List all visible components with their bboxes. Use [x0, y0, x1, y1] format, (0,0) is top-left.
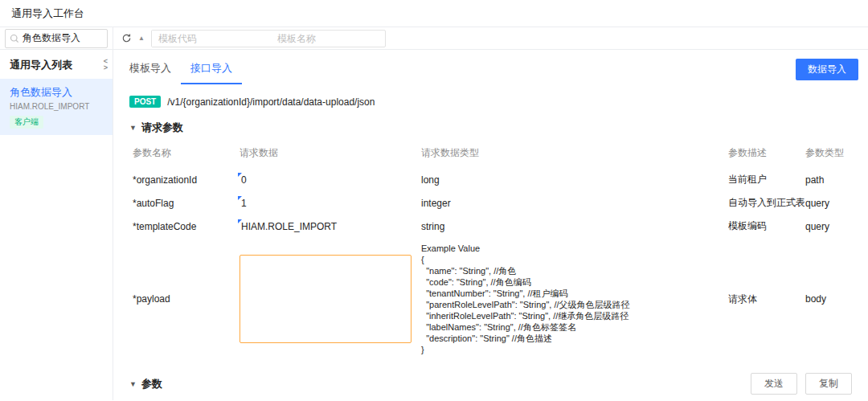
- search-box[interactable]: [5, 29, 108, 48]
- payload-textarea[interactable]: [240, 255, 411, 343]
- params-buttons: 发送 复制: [751, 373, 852, 395]
- param-data-type: integer: [421, 198, 728, 209]
- page-title: 通用导入工作台: [0, 0, 868, 27]
- tab-api-import[interactable]: 接口导入: [181, 55, 242, 84]
- content: 模板导入 接口导入 数据导入 POST /v1/{organizationId}…: [113, 50, 868, 400]
- param-name: *organizationId: [133, 174, 240, 186]
- param-desc: 请求体: [728, 293, 805, 306]
- col-header-desc: 参数描述: [728, 146, 805, 160]
- table-row-payload: *payload Example Value { "name": "String…: [133, 238, 852, 360]
- refresh-icon[interactable]: [121, 33, 132, 43]
- list-item-code: HIAM.ROLE_IMPORT: [10, 102, 103, 111]
- endpoint-path: /v1/{organizationId}/import/data/data-up…: [167, 96, 375, 108]
- param-name: *payload: [133, 293, 240, 305]
- client-badge: 客户端: [10, 116, 43, 129]
- template-name-input[interactable]: [271, 31, 383, 47]
- query-toolbar: ▲: [113, 27, 868, 50]
- param-kind: query: [805, 198, 852, 209]
- param-name: *autoFlag: [133, 198, 240, 209]
- param-value-cell[interactable]: 0: [240, 174, 248, 186]
- table-row: *organizationId 0 long 当前租户 path: [133, 168, 852, 191]
- template-code-input[interactable]: [152, 31, 271, 47]
- request-params-title: 请求参数: [141, 121, 183, 135]
- sidebar-list-title: 通用导入列表: [10, 58, 72, 72]
- request-params-section-header[interactable]: ▼ 请求参数: [113, 116, 868, 138]
- sidebar-item-role-import[interactable]: 角色数据导入 HIAM.ROLE_IMPORT 客户端: [0, 79, 113, 135]
- param-name: *templateCode: [133, 221, 240, 232]
- col-header-type: 请求数据类型: [421, 146, 728, 160]
- search-icon: [10, 34, 19, 43]
- app-body: 通用导入列表 < > 角色数据导入 HIAM.ROLE_IMPORT 客户端 ▲: [0, 27, 868, 400]
- sidebar-list-header: 通用导入列表 < >: [0, 50, 113, 79]
- param-value-cell[interactable]: 1: [240, 198, 248, 209]
- param-desc: 模板编码: [728, 219, 805, 233]
- params-section-bar: ▼ 参数 发送 复制: [129, 366, 852, 399]
- param-table: 参数名称 请求数据 请求数据类型 参数描述 参数类型 *organization…: [133, 140, 852, 360]
- list-item-title: 角色数据导入: [10, 85, 103, 100]
- params-title: 参数: [141, 377, 162, 391]
- col-header-kind: 参数类型: [805, 146, 852, 160]
- col-header-name: 参数名称: [133, 146, 240, 160]
- post-method-badge: POST: [129, 96, 161, 108]
- tab-template-import[interactable]: 模板导入: [120, 55, 181, 84]
- param-kind: query: [805, 221, 852, 232]
- table-row: *autoFlag 1 integer 自动导入到正式表... query: [133, 191, 852, 215]
- payload-example-value: Example Value { "name": "String", //角色 "…: [421, 243, 720, 355]
- sidebar-search-row: [0, 27, 113, 50]
- param-kind: body: [805, 293, 852, 305]
- param-desc: 当前租户: [728, 173, 805, 186]
- data-import-button[interactable]: 数据导入: [796, 59, 858, 80]
- import-workbench-app: 通用导入工作台 通用导入列表 < > 角色数据导入: [0, 0, 868, 401]
- query-form: [151, 30, 386, 47]
- sidebar: 通用导入列表 < > 角色数据导入 HIAM.ROLE_IMPORT 客户端: [0, 27, 113, 400]
- endpoint-row: POST /v1/{organizationId}/import/data/da…: [113, 84, 868, 116]
- param-data-type: long: [421, 174, 728, 186]
- main-area: ▲ 模板导入 接口导入 数据导入 POST /v1/{organizationI…: [113, 27, 868, 400]
- chevron-right-icon: >: [104, 64, 108, 71]
- table-header-row: 参数名称 请求数据 请求数据类型 参数描述 参数类型: [133, 140, 852, 168]
- triangle-down-icon: ▼: [129, 124, 137, 132]
- params-section-header[interactable]: ▼ 参数: [129, 377, 162, 391]
- param-data-type: string: [421, 221, 728, 232]
- param-kind: path: [805, 174, 852, 186]
- copy-button[interactable]: 复制: [805, 373, 852, 395]
- collapse-form-icon[interactable]: ▲: [138, 35, 145, 42]
- collapse-panel-icon[interactable]: < >: [102, 58, 109, 71]
- table-row: *templateCode HIAM.ROLE_IMPORT string 模板…: [133, 215, 852, 238]
- tabs-row: 模板导入 接口导入 数据导入: [113, 50, 868, 84]
- param-desc: 自动导入到正式表...: [728, 196, 805, 210]
- param-value-cell[interactable]: HIAM.ROLE_IMPORT: [240, 221, 337, 232]
- col-header-value: 请求数据: [240, 146, 421, 160]
- result-url-row: POST /iam/v1/0/import/data/data-upload/j…: [113, 399, 868, 400]
- triangle-down-icon: ▼: [129, 380, 137, 388]
- send-button[interactable]: 发送: [751, 373, 797, 395]
- search-input[interactable]: [23, 33, 103, 44]
